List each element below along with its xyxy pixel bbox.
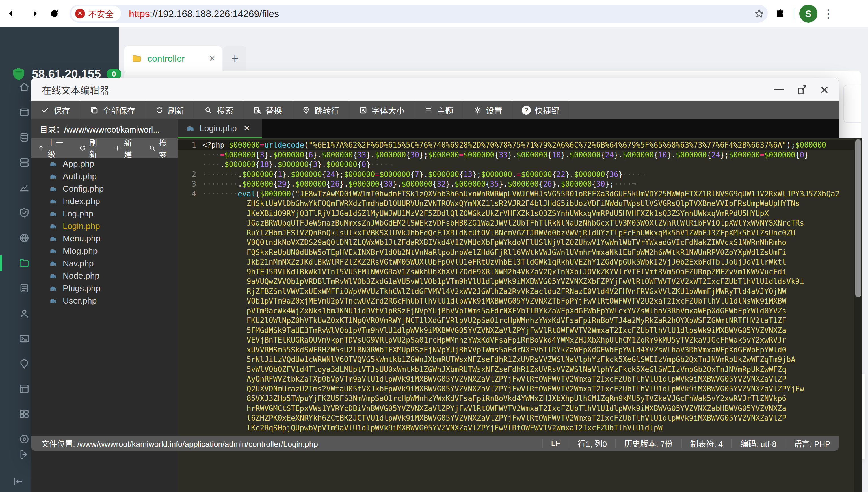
toolbar-button-search[interactable]: 搜索	[194, 101, 243, 119]
editor-tab-login-php[interactable]: Login.php ×	[177, 119, 262, 137]
php-icon	[48, 160, 58, 168]
not-secure-icon: ✕	[75, 9, 85, 18]
status-segment[interactable]: 语言: PHP	[785, 439, 839, 448]
forward-icon[interactable]	[25, 5, 42, 22]
extensions-icon[interactable]	[772, 5, 789, 22]
toolbar-button-label: 快捷键	[535, 104, 560, 116]
modal-header[interactable]: 在线文本编辑器 ×	[31, 78, 839, 101]
toolbar-button-help[interactable]: ?快捷键	[512, 101, 569, 119]
search-icon	[149, 144, 156, 152]
line-number	[177, 287, 202, 296]
php-icon	[48, 284, 58, 293]
code-line-wrap: ZHSktUaVlDbGhwYkF0QmFWRXdzTmdhaDl0UURVUn…	[177, 199, 854, 208]
status-segment[interactable]: LF	[542, 439, 569, 448]
line-number	[177, 345, 202, 355]
toolbar-button-refresh[interactable]: 刷新	[145, 101, 194, 119]
security-badge[interactable]: ✕ 不安全	[71, 6, 121, 21]
line-number	[177, 355, 202, 365]
file-name: Auth.php	[63, 172, 97, 181]
directory-path[interactable]: 目录：/www/wwwroot/kamiworl...	[31, 119, 177, 139]
toolbar-button-goto[interactable]: 跳转行	[292, 101, 349, 119]
line-number	[177, 257, 202, 267]
editor-scrollbar[interactable]	[854, 139, 862, 492]
copy-icon	[90, 106, 99, 115]
status-segment[interactable]: 制表符: 4	[681, 439, 731, 448]
dir-button-refresh[interactable]: 刷新	[73, 139, 108, 158]
maximize-icon[interactable]	[796, 84, 808, 95]
toolbar-button-label: 保存	[54, 104, 70, 116]
status-segment[interactable]: 行1, 列0	[569, 439, 615, 448]
file-name: Nav.php	[63, 259, 94, 268]
code-line-wrap: AyQnRFWVZtbkZaTXp0bVpVTm9aVlU1dlpWVk9iMX…	[177, 374, 854, 384]
line-number: 2	[177, 170, 202, 179]
code-content: 1<?php $000000=urldecode("%6E1%7A%62%2F%…	[177, 140, 854, 433]
line-number	[177, 423, 202, 433]
file-item-app.php[interactable]: App.php	[31, 158, 177, 170]
file-item-user.php[interactable]: User.php	[31, 294, 177, 307]
server-icon	[18, 156, 30, 169]
editor-tab-close-icon[interactable]: ×	[244, 123, 250, 133]
back-icon[interactable]	[4, 5, 21, 22]
line-number	[177, 208, 202, 218]
plus-icon	[114, 144, 121, 152]
php-icon	[48, 296, 58, 305]
toolbar-button-font[interactable]: 字体大小	[349, 101, 414, 119]
status-segment[interactable]: 历史版本: 7份	[615, 439, 681, 448]
status-segment[interactable]: 编码: utf-8	[731, 439, 785, 448]
file-item-mlog.php[interactable]: Mlog.php	[31, 245, 177, 257]
minimize-icon[interactable]	[774, 89, 784, 91]
dir-button-up[interactable]: 上一级	[31, 139, 73, 158]
reload-icon[interactable]	[46, 5, 63, 22]
file-item-plugs.php[interactable]: Plugs.php	[31, 282, 177, 294]
url-rest: ://192.168.188.226:14269/files	[150, 8, 279, 19]
file-item-index.php[interactable]: Index.php	[31, 195, 177, 207]
code-line-wrap: Jkb21nMmNXZzJKdlBkWlRFZlZKZ2RsVGtWM05WUX…	[177, 257, 854, 267]
browser-menu-icon[interactable]: ⋮	[822, 7, 831, 20]
file-name: Node.php	[63, 271, 99, 280]
avatar[interactable]: S	[799, 4, 817, 23]
url-bar[interactable]: ✕ 不安全 https://192.168.188.226:14269/file…	[70, 4, 768, 23]
close-tab-icon[interactable]: ×	[209, 53, 215, 65]
toolbar-button-replace[interactable]: 替换	[243, 101, 292, 119]
php-icon	[48, 222, 58, 230]
file-item-menu.php[interactable]: Menu.php	[31, 232, 177, 245]
toolbar-button-copy[interactable]: 全部保存	[80, 101, 145, 119]
theme-icon	[424, 106, 433, 115]
file-item-nav.php[interactable]: Nav.php	[31, 257, 177, 270]
line-number	[177, 296, 202, 306]
dir-button-plus[interactable]: 新建	[108, 139, 143, 158]
bookmark-star-icon[interactable]	[753, 8, 765, 19]
toolbar-button-gear[interactable]: 设置	[463, 101, 512, 119]
code-line-wrap: lKc2RqSHpjQUpwbVpVTm9aVlU1dlpWVk9iMXBWVG…	[177, 423, 854, 433]
file-location: 文件位置: /www/wwwroot/kamiworld.info/applic…	[31, 438, 318, 449]
logout-icon	[18, 448, 30, 461]
message-count-badge[interactable]: 0	[106, 69, 121, 79]
toolbar-button-label: 替换	[266, 104, 282, 116]
line-number	[177, 316, 202, 325]
file-item-auth.php[interactable]: Auth.php	[31, 170, 177, 182]
file-item-login.php[interactable]: Login.php	[31, 220, 177, 232]
close-icon[interactable]: ×	[820, 84, 829, 95]
file-name: Menu.php	[63, 234, 100, 243]
sidebar-collapse-icon[interactable]	[13, 475, 24, 487]
line-number	[177, 267, 202, 277]
toolbar-button-check[interactable]: 保存	[31, 101, 80, 119]
search-icon	[204, 106, 213, 115]
file-item-node.php[interactable]: Node.php	[31, 270, 177, 282]
toolbar-button-theme[interactable]: 主题	[414, 101, 463, 119]
line-number	[177, 403, 202, 414]
home-icon	[18, 81, 30, 93]
line-number	[177, 335, 202, 345]
new-tab-button[interactable]: +	[223, 46, 246, 71]
background-card-edge	[843, 85, 861, 123]
line-number	[177, 277, 202, 287]
file-manager-tab-label: controller	[148, 53, 185, 64]
file-item-log.php[interactable]: Log.php	[31, 207, 177, 220]
code-line-wrap: VEVjBnTElKUGRaQUVmVkpnTDVsUG9VRlpVU2pSa0…	[177, 335, 854, 345]
file-item-config.php[interactable]: Config.php	[31, 182, 177, 195]
file-manager-tab[interactable]: controller ×	[124, 46, 222, 71]
dir-button-search[interactable]: 搜索	[143, 139, 177, 158]
url-text[interactable]: https://192.168.188.226:14269/files	[129, 8, 279, 19]
scrollbar-thumb[interactable]	[855, 139, 861, 297]
help-icon: ?	[522, 106, 531, 115]
